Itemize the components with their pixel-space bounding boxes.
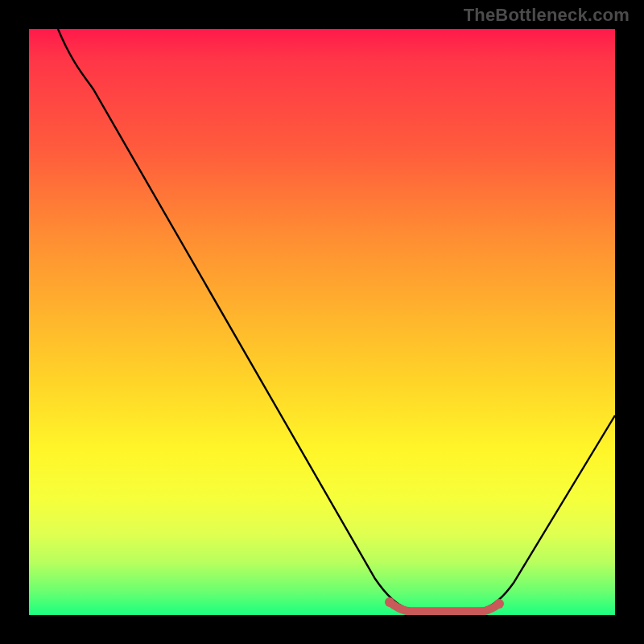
- curve-layer: [29, 29, 615, 615]
- optimal-band-start-dot: [385, 597, 394, 607]
- watermark-text: TheBottleneck.com: [464, 5, 630, 26]
- optimal-band: [390, 602, 499, 612]
- optimal-band-end-dot: [494, 599, 504, 609]
- plot-area: [29, 29, 615, 615]
- chart-frame: TheBottleneck.com: [0, 0, 644, 644]
- bottleneck-curve: [58, 29, 615, 609]
